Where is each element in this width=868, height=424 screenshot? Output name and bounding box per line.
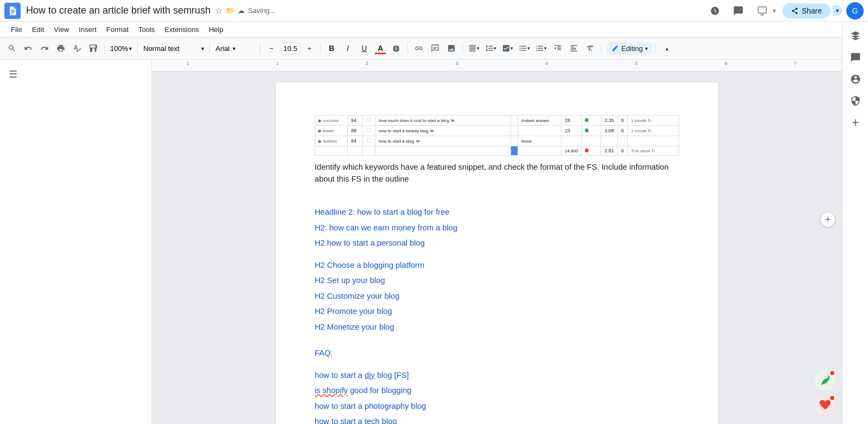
highlight-button[interactable] (389, 41, 404, 56)
separator-3 (209, 43, 210, 54)
align-button[interactable]: ▾ (466, 41, 482, 56)
font-size-decrease[interactable]: − (264, 41, 279, 56)
font-label: Arial (215, 44, 229, 53)
comment-sidebar-icon[interactable] (846, 48, 865, 60)
share-button[interactable]: Share (782, 3, 831, 18)
paint-format-button[interactable] (86, 41, 101, 56)
search-button[interactable] (4, 41, 20, 56)
separator-4 (260, 43, 260, 54)
present-button[interactable] (754, 2, 771, 20)
menu-format[interactable]: Format (102, 23, 133, 36)
bullets-button[interactable]: ▾ (516, 41, 532, 56)
line-height-button[interactable]: ▾ (483, 41, 499, 56)
font-size-group: − + (264, 41, 317, 56)
separator-7 (462, 43, 463, 54)
title-icons: ☆ 📁 ☁ (215, 5, 245, 16)
history-button[interactable] (706, 2, 723, 20)
indent-increase-button[interactable] (566, 41, 582, 56)
svg-rect-3 (758, 7, 766, 13)
font-size-increase[interactable]: + (302, 41, 317, 56)
separator-6 (407, 43, 408, 54)
title-bar: How to create an article brief with semr… (0, 0, 868, 22)
font-chevron: ▾ (233, 46, 235, 52)
user-avatar[interactable]: G (846, 2, 864, 20)
comment-button[interactable] (730, 2, 747, 20)
separator-2 (137, 43, 138, 54)
separator-8 (601, 43, 602, 54)
zoom-chevron: ▾ (129, 46, 132, 52)
menu-edit[interactable]: Edit (28, 23, 48, 36)
menu-help[interactable]: Help (205, 23, 228, 36)
spellcheck-button[interactable] (69, 41, 85, 56)
right-sidebar (842, 22, 868, 60)
add-comment-button[interactable] (427, 41, 443, 56)
share-chevron[interactable]: ▾ (833, 5, 842, 16)
separator-1 (104, 43, 105, 54)
menu-extensions[interactable]: Extensions (160, 23, 203, 36)
text-color-button[interactable]: A (373, 41, 388, 56)
text-style-selector[interactable]: Normal text ▾ (141, 43, 206, 54)
folder-icon[interactable]: 📁 (226, 7, 234, 15)
indent-decrease-button[interactable] (550, 41, 565, 56)
star-icon[interactable]: ☆ (215, 5, 222, 16)
toolbar: 100% ▾ Normal text ▾ Arial ▾ − + B I U A (0, 37, 868, 60)
redo-button[interactable] (37, 41, 52, 56)
menu-file[interactable]: File (7, 23, 27, 36)
zoom-selector[interactable]: 100% ▾ (108, 43, 134, 54)
link-button[interactable] (411, 41, 426, 56)
separator-9 (655, 43, 656, 54)
top-right-actions: ▾ Share ▾ G (706, 2, 864, 20)
editing-mode-label: Editing (621, 44, 643, 53)
saving-status: Saving... (248, 7, 276, 15)
menu-view[interactable]: View (49, 23, 73, 36)
checklist-button[interactable]: ▾ (500, 41, 515, 56)
font-size-input[interactable] (280, 43, 301, 54)
font-selector[interactable]: Arial ▾ (213, 43, 257, 54)
italic-button[interactable]: I (340, 41, 355, 56)
editing-mode-chevron: ▾ (645, 46, 648, 52)
numbered-list-button[interactable]: ▾ (533, 41, 549, 56)
collapse-toolbar-button[interactable]: ▴ (659, 41, 674, 56)
clear-formatting-button[interactable] (583, 41, 598, 56)
menu-insert[interactable]: Insert (74, 23, 101, 36)
zoom-value: 100% (110, 44, 128, 53)
gemini-icon[interactable] (846, 26, 865, 46)
underline-button[interactable]: U (356, 41, 372, 56)
menu-tools[interactable]: Tools (134, 23, 159, 36)
text-color-label: A (378, 44, 383, 53)
app-logo[interactable] (4, 3, 21, 19)
style-chevron: ▾ (201, 46, 204, 52)
bold-button[interactable]: B (324, 41, 339, 56)
undo-button[interactable] (21, 41, 36, 56)
cloud-save-icon[interactable]: ☁ (238, 7, 245, 15)
print-button[interactable] (53, 41, 68, 56)
share-label: Share (802, 7, 822, 15)
text-style-label: Normal text (143, 44, 179, 53)
editing-mode-selector[interactable]: Editing ▾ (607, 42, 652, 55)
present-chevron[interactable]: ▾ (773, 8, 776, 14)
document-title[interactable]: How to create an article brief with semr… (26, 5, 210, 16)
menu-bar: File Edit View Insert Format Tools Exten… (0, 22, 868, 37)
separator-5 (320, 43, 321, 54)
insert-image-button[interactable] (444, 41, 459, 56)
